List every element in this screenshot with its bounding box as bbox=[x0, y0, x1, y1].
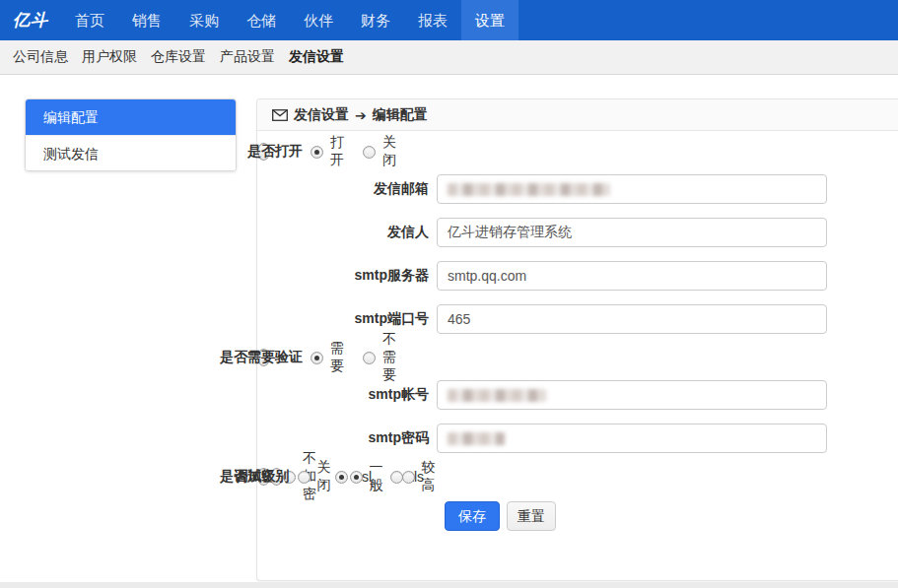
field-label-debug-level: 调试级别 bbox=[118, 468, 298, 486]
radio-unchecked-icon[interactable] bbox=[402, 471, 415, 484]
form-rows: 是否打开打开关闭发信邮箱发信人smtp服务器smtp端口号是否需要验证需要不需要… bbox=[257, 142, 898, 499]
auth-required-option-不需要[interactable]: 不需要 bbox=[363, 331, 396, 384]
radio-unchecked-icon[interactable] bbox=[363, 146, 376, 159]
envelope-icon bbox=[272, 109, 288, 121]
field-row-smtp-account: smtp帐号 bbox=[257, 380, 898, 410]
redacted-value bbox=[448, 432, 505, 445]
smtp-server-input[interactable] bbox=[437, 261, 827, 291]
reset-button[interactable]: 重置 bbox=[507, 501, 556, 531]
field-label-auth-required: 是否需要验证 bbox=[131, 349, 311, 366]
radio-unchecked-icon[interactable] bbox=[363, 352, 376, 364]
subnav-item-产品设置[interactable]: 产品设置 bbox=[213, 48, 282, 66]
nav-item-仓储[interactable]: 仓储 bbox=[233, 0, 290, 40]
subnav-item-用户权限[interactable]: 用户权限 bbox=[75, 48, 144, 66]
enabled-option-打开[interactable]: 打开 bbox=[311, 134, 344, 169]
radio-unchecked-icon[interactable] bbox=[298, 471, 311, 484]
radio-checked-icon[interactable] bbox=[311, 146, 323, 159]
sender-email-input[interactable] bbox=[437, 174, 827, 204]
field-row-smtp-port: smtp端口号 bbox=[257, 304, 898, 334]
nav-item-销售[interactable]: 销售 bbox=[118, 0, 175, 40]
enabled-option-关闭[interactable]: 关闭 bbox=[363, 134, 396, 169]
nav-item-设置[interactable]: 设置 bbox=[461, 0, 518, 40]
nav-item-报表[interactable]: 报表 bbox=[404, 0, 461, 40]
field-label-enabled: 是否打开 bbox=[131, 143, 311, 161]
enabled-radio-group: 打开关闭 bbox=[311, 134, 396, 169]
smtp-port-input[interactable] bbox=[437, 304, 827, 334]
smtp-password-input[interactable] bbox=[437, 424, 827, 453]
field-label-sender-name: 发信人 bbox=[257, 224, 437, 241]
field-row-smtp-password: smtp密码 bbox=[257, 424, 898, 453]
nav-item-伙伴[interactable]: 伙伴 bbox=[290, 0, 347, 40]
field-row-smtp-server: smtp服务器 bbox=[257, 261, 898, 291]
field-row-auth-required: 是否需要验证需要不需要 bbox=[257, 349, 270, 366]
redacted-value bbox=[448, 183, 610, 196]
settings-panel: 发信设置 ➔ 编辑配置 是否打开打开关闭发信邮箱发信人smtp服务器smtp端口… bbox=[256, 98, 898, 581]
debug-level-radio-group: 关闭一般较高 bbox=[298, 459, 436, 494]
radio-option-label: 不需要 bbox=[382, 331, 396, 384]
field-row-sender-email: 发信邮箱 bbox=[257, 174, 898, 204]
radio-checked-icon[interactable] bbox=[350, 471, 363, 484]
radio-option-label: 关闭 bbox=[382, 134, 396, 169]
main-nav: 首页销售采购仓储伙伴财务报表设置 bbox=[61, 0, 518, 40]
field-label-smtp-password: smtp密码 bbox=[257, 429, 437, 447]
radio-option-label: 一般 bbox=[370, 459, 383, 494]
field-row-debug-level: 调试级别关闭一般较高 bbox=[270, 468, 283, 486]
sidebar-item-编辑配置[interactable]: 编辑配置 bbox=[26, 99, 236, 135]
auth-required-option-需要[interactable]: 需要 bbox=[311, 340, 344, 375]
field-row-sender-name: 发信人 bbox=[257, 218, 898, 247]
field-row-enabled: 是否打开打开关闭 bbox=[257, 143, 270, 161]
field-label-smtp-port: smtp端口号 bbox=[257, 310, 437, 328]
form-actions: 保存 重置 bbox=[445, 501, 898, 531]
radio-checked-icon[interactable] bbox=[311, 352, 323, 364]
subnav-item-发信设置[interactable]: 发信设置 bbox=[282, 48, 351, 66]
radio-option-label: 关闭 bbox=[317, 459, 331, 494]
top-navbar: 亿斗 首页销售采购仓储伙伴财务报表设置 bbox=[0, 0, 898, 40]
brand-logo[interactable]: 亿斗 bbox=[0, 0, 61, 40]
field-label-smtp-server: smtp服务器 bbox=[257, 267, 437, 285]
nav-item-首页[interactable]: 首页 bbox=[61, 0, 118, 40]
debug-level-option-一般[interactable]: 一般 bbox=[350, 459, 383, 494]
field-label-smtp-account: smtp帐号 bbox=[257, 386, 437, 404]
nav-item-采购[interactable]: 采购 bbox=[175, 0, 233, 40]
debug-level-option-较高[interactable]: 较高 bbox=[402, 459, 436, 494]
radio-option-label: 打开 bbox=[330, 134, 344, 169]
smtp-account-input[interactable] bbox=[437, 380, 827, 410]
redacted-value bbox=[448, 389, 546, 402]
breadcrumb-current: 编辑配置 bbox=[373, 106, 428, 124]
save-button[interactable]: 保存 bbox=[445, 501, 500, 531]
sub-nav: 公司信息用户权限仓库设置产品设置发信设置 bbox=[0, 40, 898, 75]
breadcrumb: 发信设置 ➔ 编辑配置 bbox=[257, 99, 898, 131]
field-label-sender-email: 发信邮箱 bbox=[257, 180, 437, 198]
sender-name-input[interactable] bbox=[437, 218, 827, 247]
page-bottom-edge bbox=[0, 582, 898, 588]
debug-level-option-关闭[interactable]: 关闭 bbox=[298, 459, 331, 494]
radio-option-label: 较高 bbox=[422, 459, 436, 494]
breadcrumb-section: 发信设置 bbox=[294, 106, 349, 124]
email-settings-form: 是否打开打开关闭发信邮箱发信人smtp服务器smtp端口号是否需要验证需要不需要… bbox=[257, 131, 898, 531]
radio-option-label: 需要 bbox=[330, 340, 344, 375]
subnav-item-仓库设置[interactable]: 仓库设置 bbox=[144, 48, 213, 66]
subnav-item-公司信息[interactable]: 公司信息 bbox=[6, 48, 75, 66]
auth-required-radio-group: 需要不需要 bbox=[311, 331, 396, 384]
arrow-right-icon: ➔ bbox=[355, 107, 367, 123]
nav-item-财务[interactable]: 财务 bbox=[347, 0, 404, 40]
